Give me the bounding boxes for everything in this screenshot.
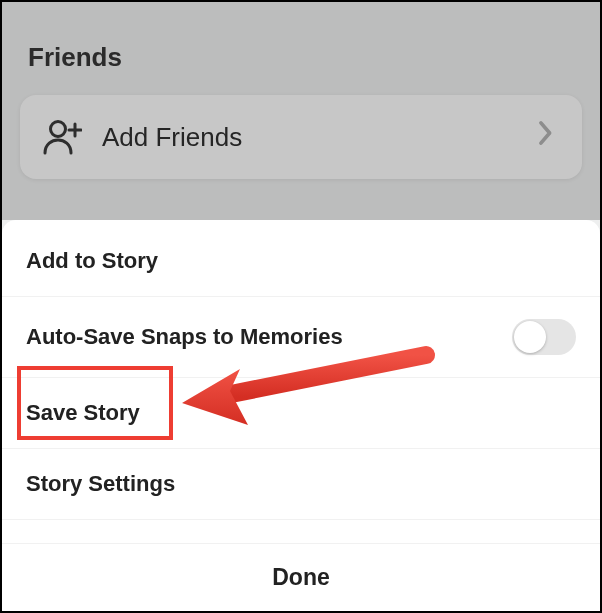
- modal-overlay[interactable]: [2, 2, 600, 220]
- sheet-row-save-story[interactable]: Save Story: [2, 378, 600, 449]
- sheet-label: Story Settings: [26, 471, 576, 497]
- done-button[interactable]: Done: [2, 543, 600, 611]
- sheet-row-story-settings[interactable]: Story Settings: [2, 449, 600, 520]
- action-sheet: Add to Story Auto-Save Snaps to Memories…: [2, 220, 600, 611]
- sheet-label: Save Story: [26, 400, 576, 426]
- toggle-auto-save[interactable]: [512, 319, 576, 355]
- sheet-row-auto-save[interactable]: Auto-Save Snaps to Memories: [2, 297, 600, 378]
- sheet-label: Auto-Save Snaps to Memories: [26, 324, 512, 350]
- sheet-row-add-to-story[interactable]: Add to Story: [2, 220, 600, 297]
- sheet-label: Add to Story: [26, 248, 576, 274]
- done-label: Done: [272, 564, 330, 590]
